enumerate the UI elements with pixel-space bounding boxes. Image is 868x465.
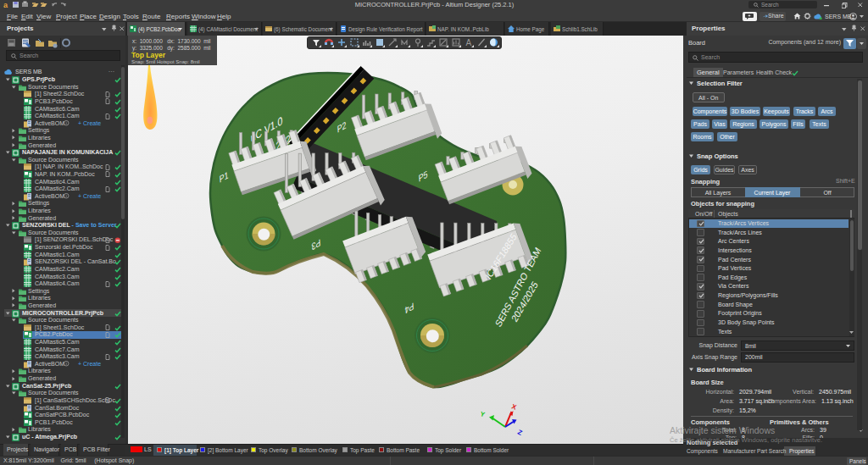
svg-text:Z: Z	[516, 429, 523, 437]
svg-text:a: a	[3, 1, 8, 9]
svg-text:X: X	[510, 402, 518, 412]
svg-text:A: A	[466, 38, 472, 47]
svg-text:Y: Y	[479, 410, 486, 418]
